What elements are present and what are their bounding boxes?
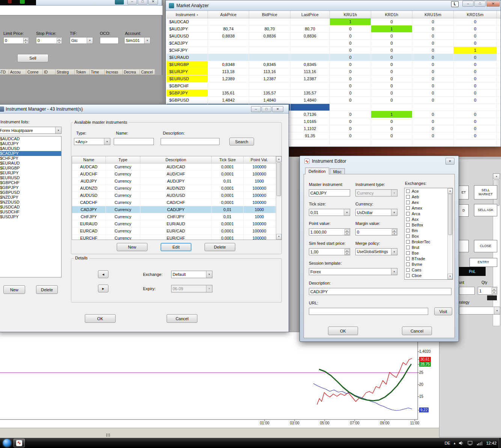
account-select-fragment[interactable] xyxy=(459,287,475,295)
master-table-cell[interactable]: AUD/NZD xyxy=(140,185,212,192)
analyzer-cell[interactable]: 113,16 xyxy=(290,68,330,75)
instrument-list-item[interactable]: $NZDJPY xyxy=(0,195,61,200)
analyzer-cell[interactable]: 1,4842 xyxy=(208,97,249,103)
instrument-list-item[interactable]: $EURJPY xyxy=(0,171,61,175)
scroll-down-icon[interactable]: ▼ xyxy=(276,234,281,240)
analyzer-cell[interactable]: $GBPCHF xyxy=(167,82,208,89)
master-table-column-header[interactable]: Tick Size xyxy=(212,156,244,163)
stop-price-stepper[interactable]: 0 ▲▼ xyxy=(36,37,62,44)
analyzer-cell[interactable]: 0 xyxy=(330,90,371,96)
analyzer-cell[interactable]: 0 xyxy=(412,33,454,39)
account-select[interactable]: Sim101▼ xyxy=(124,37,150,44)
analyzer-row[interactable]: $GBPUSD1,48421,48401,48400000 xyxy=(167,97,501,104)
analyzer-cell[interactable]: $EURGBP xyxy=(167,61,208,68)
master-table-cell[interactable]: EUR/CHF xyxy=(140,235,212,240)
master-table-cell[interactable]: Currency xyxy=(106,199,140,206)
analyzer-cell[interactable]: 135,61 xyxy=(208,90,249,96)
tab-misc[interactable]: Misc xyxy=(330,168,345,174)
master-table-cell[interactable]: CAD/JPY xyxy=(140,206,212,213)
analyzer-cell[interactable]: 0 xyxy=(454,132,497,139)
delete-button[interactable]: Delete xyxy=(205,243,235,251)
instrument-list-item[interactable]: $EURUSD xyxy=(0,175,61,180)
chart-panel[interactable]: 1,402030,6128,752520159,2201:0003:0005:0… xyxy=(0,332,439,438)
master-table-cell[interactable]: EURCAD xyxy=(72,228,106,234)
analyzer-cell[interactable]: 113,18 xyxy=(208,68,249,75)
analyzer-cell[interactable]: 0 xyxy=(330,40,371,46)
analyzer-cell[interactable]: 0,8348 xyxy=(208,61,249,68)
scroll-up-icon[interactable]: ▲ xyxy=(493,174,500,179)
analyzer-cell[interactable]: $AUDCAD xyxy=(167,18,208,25)
margin-value-stepper[interactable]: 0 ▲▼ xyxy=(355,228,397,235)
master-table-cell[interactable]: AUDCAD xyxy=(72,163,106,170)
master-table-cell[interactable]: CHFJPY xyxy=(72,213,106,220)
master-table-row[interactable]: AUDCHFCurrencyAUD/CHF0,0001100000 xyxy=(72,171,281,178)
analyzer-cell[interactable] xyxy=(412,139,454,146)
volume-icon[interactable] xyxy=(459,441,464,446)
order-window-titlebar[interactable]: – □ ✕ xyxy=(0,0,162,6)
master-table-cell[interactable]: 0,01 xyxy=(212,213,244,220)
exchange-select[interactable]: Default▼ xyxy=(171,271,212,278)
instrument-list-item[interactable]: $CADJPY xyxy=(0,151,61,156)
master-table-cell[interactable]: AUD/USD xyxy=(140,192,212,199)
exchange-item[interactable]: Bm xyxy=(405,228,453,233)
taskbar-app-ninjatrader[interactable]: ∿ xyxy=(14,439,25,447)
exchange-item[interactable]: Caes xyxy=(405,267,453,273)
master-table-cell[interactable]: AUDCHF xyxy=(72,171,106,177)
checkbox-icon[interactable] xyxy=(406,229,410,232)
analyzer-cell[interactable] xyxy=(249,47,290,54)
list-delete-button[interactable]: Delete xyxy=(36,285,58,294)
instrument-list-select[interactable]: Forex Hauptpaare▼ xyxy=(0,127,62,134)
checkbox-icon[interactable] xyxy=(406,251,410,255)
session-template-select[interactable]: Forex▼ xyxy=(309,268,397,275)
exchanges-scrollbar[interactable]: ▲ ▼ xyxy=(447,188,453,279)
orders-column-header[interactable]: Decrea xyxy=(123,69,140,75)
master-table-row[interactable]: AUDNZDCurrencyAUD/NZD0,0001100000 xyxy=(72,185,281,192)
analyzer-cell[interactable]: 0 xyxy=(330,118,371,125)
master-table-cell[interactable]: 0,0001 xyxy=(212,228,244,234)
maximize-button[interactable]: □ xyxy=(474,1,486,7)
analyzer-cell[interactable]: 0 xyxy=(330,97,371,103)
analyzer-cell[interactable] xyxy=(454,104,497,111)
checkbox-icon[interactable] xyxy=(406,262,410,266)
strategy-select[interactable]: ▼ xyxy=(459,307,500,315)
master-table-row[interactable]: CADJPYCurrencyCAD/JPY0,011000 xyxy=(72,206,281,213)
master-table-cell[interactable]: 0,0001 xyxy=(212,185,244,192)
stepper-arrows-icon[interactable]: ▲▼ xyxy=(392,229,397,235)
analyzer-cell[interactable]: 1,2387 xyxy=(249,75,290,82)
master-table-cell[interactable]: 1000 xyxy=(244,213,275,220)
analyzer-cell[interactable]: $CHFJPY xyxy=(167,47,208,54)
left-button-fragment[interactable] xyxy=(459,240,469,252)
logo-button[interactable]: L xyxy=(451,1,459,7)
analyzer-cell[interactable] xyxy=(249,18,290,25)
exchange-item[interactable]: BTrade xyxy=(405,256,453,261)
market-analyzer-titlebar[interactable]: Market Analyzer xyxy=(166,0,501,11)
master-table-cell[interactable]: Currency xyxy=(106,235,140,240)
exchange-item[interactable]: Brut xyxy=(405,244,453,250)
close-button[interactable]: ✕ xyxy=(445,158,454,165)
master-table-cell[interactable]: 0,0001 xyxy=(212,192,244,199)
master-table-row[interactable]: EURCHFCurrencyEUR/CHF0,0001100000 xyxy=(72,235,281,240)
analyzer-cell[interactable]: 0 xyxy=(371,61,412,68)
edit-button[interactable]: Edit xyxy=(161,243,191,251)
currency-select[interactable]: UsDollar▼ xyxy=(355,209,397,216)
analyzer-cell[interactable]: $GBPJPY xyxy=(167,90,208,96)
master-table-row[interactable]: AUDUSDCurrencyAUD/USD0,0001100000 xyxy=(72,192,281,199)
analyzer-cell[interactable]: 1 xyxy=(454,47,497,54)
scroll-up-icon[interactable]: ▲ xyxy=(276,156,281,162)
stepper-arrows-icon[interactable]: ▲▼ xyxy=(345,249,349,255)
master-table-cell[interactable]: 100000 xyxy=(244,163,275,170)
analyzer-cell[interactable]: 1 xyxy=(330,18,371,25)
master-table-cell[interactable]: CAD/CHF xyxy=(140,199,212,206)
master-table-cell[interactable]: 1000 xyxy=(244,178,275,184)
analyzer-cell[interactable]: 0 xyxy=(412,125,454,132)
master-table-cell[interactable]: 0,01 xyxy=(212,206,244,213)
maximize-button[interactable]: □ xyxy=(138,0,147,4)
analyzer-cell[interactable]: 0 xyxy=(454,25,497,32)
master-table-cell[interactable]: EURAUD xyxy=(72,220,106,227)
analyzer-cell[interactable]: 0 xyxy=(330,47,371,54)
master-table-row[interactable]: AUDCADCurrencyAUD/CAD0,0001100000 xyxy=(72,163,281,171)
analyzer-cell[interactable]: 0 xyxy=(412,97,454,103)
analyzer-cell[interactable]: 1,4840 xyxy=(290,97,330,103)
analyzer-cell[interactable]: 0 xyxy=(412,75,454,82)
analyzer-cell[interactable]: 0 xyxy=(454,61,497,68)
